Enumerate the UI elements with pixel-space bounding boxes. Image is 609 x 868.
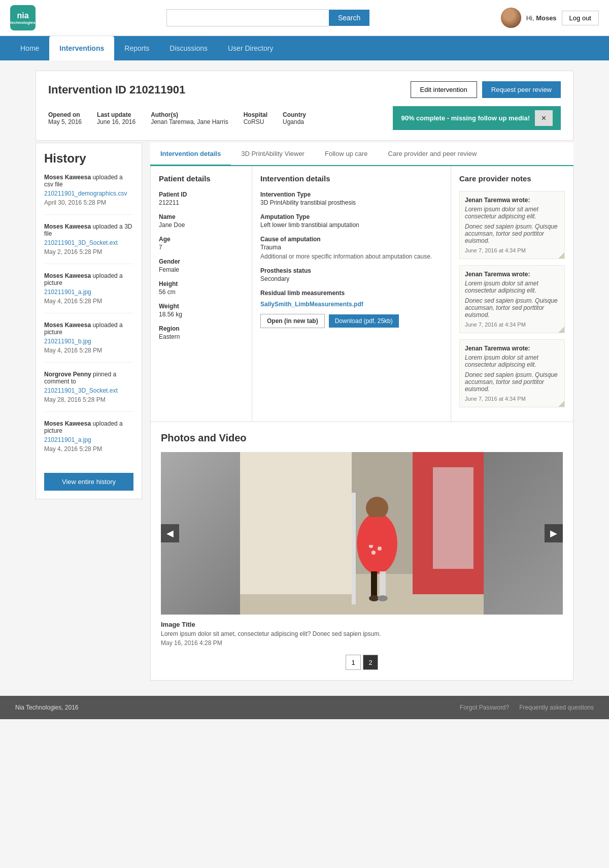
history-link-4[interactable]: 210211901_b.jpg [44,338,133,345]
intervention-buttons: Edit intervention Request peer review [411,81,561,98]
logo-text: nia [17,11,28,20]
logo: nia technologies [10,5,36,30]
history-link-5[interactable]: 210211901_3D_Socket.ext [44,387,133,394]
last-update: Last update June 16, 2016 [97,111,136,125]
page-btn-1[interactable]: 1 [346,655,361,670]
footer-links: Forgot Password? Frequently asked questi… [460,704,594,711]
tab-care-provider[interactable]: Care provider and peer review [378,143,487,166]
cause-field: Cause of amputation Trauma Additional or… [260,236,443,260]
note-author-2: Jenan Taremwa wrote: [465,271,559,278]
main-content: Intervention ID 210211901 Edit intervent… [25,71,584,681]
intervention-col-title: Intervention details [260,174,443,183]
note-card-3: Jenan Taremwa wrote: Lorem ipsum dolor s… [459,339,565,407]
history-date-3: May 4, 2016 5:28 PM [44,298,133,305]
note-body-2: Lorem ipsum dolor sit amet consectetur a… [465,280,559,294]
care-provider-notes-column: Care provider notes Jenan Taremwa wrote:… [451,166,573,422]
history-item-3: Moses Kaweesa uploaded a picture 2102119… [44,272,133,313]
note-author-3: Jenan Taremwa wrote: [465,345,559,352]
history-link-3[interactable]: 210211901_a.jpg [44,288,133,296]
avatar [501,8,521,28]
history-actor-3: Moses Kaweesa [44,272,91,279]
photo-display: ◀ ▶ [161,452,563,615]
footer-copyright: Nia Technologies, 2016 [15,704,79,711]
pagination: 1 2 [161,655,563,670]
history-link-1[interactable]: 210211901_demographics.csv [44,190,133,197]
history-item-1: Moses Kaweesa uploaded a csv file 210211… [44,174,133,215]
tab-follow-up-care[interactable]: Follow up care [315,143,378,166]
nav-interventions[interactable]: Interventions [49,36,114,60]
caption-date: May 16, 2016 4:28 PM [161,639,563,647]
logout-button[interactable]: Log out [562,11,599,25]
history-date-6: May 4, 2016 5:28 PM [44,445,133,453]
user-area: Hi, Moses Log out [501,8,599,28]
history-date-4: May 4, 2016 5:28 PM [44,347,133,354]
note-card-1: Jenan Taremwa wrote: Lorem ipsum dolor s… [459,191,565,259]
open-file-button[interactable]: Open (in new tab) [260,314,325,328]
note-date-1: June 7, 2016 at 4:34 PM [465,247,559,253]
download-file-button[interactable]: Download (pdf, 25kb) [329,314,399,328]
file-name: SallySmith_LimbMeasurements.pdf [260,301,363,308]
history-item-2: Moses Kaweesa uploaded a 3D file 2102119… [44,223,133,264]
note-body-3b: Donec sed sapien ipsum. Quisque accumsan… [465,371,559,393]
patient-col-title: Patient details [159,174,244,183]
search-button[interactable]: Search [329,10,369,26]
footer: Nia Technologies, 2016 Forgot Password? … [0,696,609,719]
meta-row: Opened on May 5, 2016 Last update June 1… [48,106,561,130]
intervention-details-column: Intervention details Intervention Type 3… [252,166,451,422]
intervention-title: Intervention ID 210211901 [48,83,185,97]
note-body-2b: Donec sed sapien ipsum. Quisque accumsan… [465,297,559,318]
navigation: Home Interventions Reports Discussions U… [0,36,609,60]
tab-3d-printability[interactable]: 3D PrintAbility Viewer [231,143,315,166]
tab-intervention-details[interactable]: Intervention details [150,143,231,166]
history-actor-5: Norgrove Penny [44,371,91,378]
request-peer-review-button[interactable]: Request peer review [482,81,561,98]
nav-home[interactable]: Home [10,36,49,60]
authors: Author(s) Jenan Taremwa, Jane Harris [151,111,228,125]
file-actions: Open (in new tab) Download (pdf, 25kb) [260,314,443,328]
carousel-prev-button[interactable]: ◀ [161,524,179,542]
caption-body: Lorem ipsum dolor sit amet, consectetur … [161,630,563,637]
svg-rect-16 [380,571,386,597]
content-area: Intervention details 3D PrintAbility Vie… [150,143,573,681]
nav-discussions[interactable]: Discussions [159,36,218,60]
view-entire-history-button[interactable]: View entire history [44,473,133,491]
note-body-1: Lorem ipsum dolor sit amet consectetur a… [465,206,559,220]
note-card-2: Jenan Taremwa wrote: Lorem ipsum dolor s… [459,265,565,333]
edit-intervention-button[interactable]: Edit intervention [411,81,477,98]
country: Country Uganda [283,111,306,125]
intervention-header-card: Intervention ID 210211901 Edit intervent… [36,71,573,141]
progress-text: 90% complete - missing follow up media! [401,114,530,122]
header: nia technologies Search Hi, Moses Log ou… [0,0,609,36]
patient-gender-field: Gender Female [159,258,244,273]
user-name: Moses [536,14,556,22]
history-date-2: May 2, 2016 5:28 PM [44,248,133,255]
intervention-type-field: Intervention Type 3D PrintAbility transt… [260,191,443,206]
svg-rect-4 [433,467,473,569]
svg-rect-5 [352,493,356,604]
nav-user-directory[interactable]: User Directory [218,36,283,60]
history-title: History [44,151,133,166]
search-input[interactable] [166,9,329,26]
details-panel: Patient details Patient ID 212211 Name J… [150,166,573,422]
history-actor-2: Moses Kaweesa [44,223,91,230]
patient-name-field: Name Jane Doe [159,213,244,229]
patient-details-column: Patient details Patient ID 212211 Name J… [151,166,252,422]
logo-sub: technologies [10,20,35,25]
note-body-3: Lorem ipsum dolor sit amet consectetur a… [465,354,559,368]
svg-rect-2 [240,452,352,594]
history-actor-6: Moses Kaweesa [44,420,91,427]
history-link-2[interactable]: 210211901_3D_Socket.ext [44,239,133,246]
additional-info: Additional or more specific information … [260,253,443,260]
forgot-password-link[interactable]: Forgot Password? [460,704,509,711]
carousel-next-button[interactable]: ▶ [545,524,563,542]
nav-reports[interactable]: Reports [114,36,159,60]
svg-rect-15 [371,571,377,597]
faq-link[interactable]: Frequently asked questions [519,704,594,711]
notes-col-title: Care provider notes [459,174,565,183]
page-btn-2[interactable]: 2 [363,655,378,670]
patient-region-field: Region Eastern [159,325,244,340]
history-link-6[interactable]: 210211901_a.jpg [44,436,133,443]
progress-close-button[interactable]: ✕ [535,110,553,126]
svg-point-13 [366,497,388,519]
photo-carousel: ◀ ▶ Image Title Lorem ipsum dolor sit am… [161,452,563,670]
